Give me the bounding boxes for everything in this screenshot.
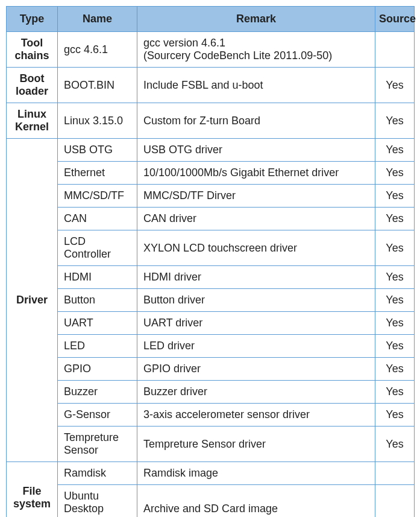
- name-cell: LED: [58, 335, 137, 358]
- source-cell: [375, 32, 415, 68]
- name-cell: USB OTG: [58, 139, 137, 162]
- type-cell: Filesystem: [7, 462, 58, 518]
- remark-cell: XYLON LCD touchscreen driver: [137, 230, 375, 266]
- table-header-row: Type Name Remark Source: [7, 7, 415, 32]
- header-source: Source: [375, 7, 415, 32]
- source-cell: Yes: [375, 427, 415, 462]
- name-cell: LCD Controller: [58, 230, 137, 266]
- source-cell: Yes: [375, 103, 415, 139]
- name-cell: Tempreture Sensor: [58, 427, 137, 462]
- name-cell: CAN: [58, 208, 137, 230]
- remark-cell: CAN driver: [137, 208, 375, 230]
- source-cell: Yes: [375, 139, 415, 162]
- table-row: Ethernet10/100/1000Mb/s Gigabit Ethernet…: [7, 162, 415, 185]
- header-remark: Remark: [137, 7, 375, 32]
- source-cell: Yes: [375, 381, 415, 404]
- source-cell: Yes: [375, 68, 415, 103]
- source-cell: Yes: [375, 404, 415, 427]
- source-cell: Yes: [375, 185, 415, 208]
- type-cell: Toolchains: [7, 32, 58, 68]
- type-cell: Bootloader: [7, 68, 58, 103]
- source-cell: Yes: [375, 162, 415, 185]
- software-table: Type Name Remark Source Toolchainsgcc 4.…: [6, 6, 415, 517]
- name-cell: G-Sensor: [58, 404, 137, 427]
- source-cell: Yes: [375, 266, 415, 289]
- name-cell: gcc 4.6.1: [58, 32, 137, 68]
- type-cell: Driver: [7, 139, 58, 462]
- table-row: GPIOGPIO driverYes: [7, 358, 415, 381]
- table-row: Tempreture SensorTempreture Sensor drive…: [7, 427, 415, 462]
- remark-cell: UART driver: [137, 312, 375, 335]
- table-row: G-Sensor3-axis accelerometer sensor driv…: [7, 404, 415, 427]
- name-cell: MMC/SD/TF: [58, 185, 137, 208]
- name-cell: Button: [58, 289, 137, 312]
- name-cell: Ubuntu Desktop 12.04: [58, 485, 137, 518]
- name-cell: GPIO: [58, 358, 137, 381]
- remark-cell: Archive and SD Card image: [137, 485, 375, 518]
- source-cell: Yes: [375, 289, 415, 312]
- remark-cell: 3-axis accelerometer sensor driver: [137, 404, 375, 427]
- type-cell: LinuxKernel: [7, 103, 58, 139]
- name-cell: BOOT.BIN: [58, 68, 137, 103]
- remark-cell: Buzzer driver: [137, 381, 375, 404]
- name-cell: Ethernet: [58, 162, 137, 185]
- remark-cell: LED driver: [137, 335, 375, 358]
- table-row: LCD ControllerXYLON LCD touchscreen driv…: [7, 230, 415, 266]
- remark-cell: Include FSBL and u-boot: [137, 68, 375, 103]
- name-cell: Ramdisk: [58, 462, 137, 485]
- table-row: HDMIHDMI driverYes: [7, 266, 415, 289]
- remark-cell: 10/100/1000Mb/s Gigabit Ethernet driver: [137, 162, 375, 185]
- table-row: ButtonButton driverYes: [7, 289, 415, 312]
- remark-cell: Tempreture Sensor driver: [137, 427, 375, 462]
- remark-cell: Button driver: [137, 289, 375, 312]
- name-cell: HDMI: [58, 266, 137, 289]
- source-cell: Yes: [375, 208, 415, 230]
- name-cell: UART: [58, 312, 137, 335]
- remark-cell: Ramdisk image: [137, 462, 375, 485]
- source-cell: Yes: [375, 312, 415, 335]
- remark-cell: Custom for Z-turn Board: [137, 103, 375, 139]
- remark-cell: USB OTG driver: [137, 139, 375, 162]
- table-row: BootloaderBOOT.BINInclude FSBL and u-boo…: [7, 68, 415, 103]
- remark-cell: GPIO driver: [137, 358, 375, 381]
- table-row: FilesystemRamdiskRamdisk image: [7, 462, 415, 485]
- remark-cell: HDMI driver: [137, 266, 375, 289]
- source-cell: Yes: [375, 335, 415, 358]
- table-row: MMC/SD/TFMMC/SD/TF DirverYes: [7, 185, 415, 208]
- table-row: LinuxKernelLinux 3.15.0Custom for Z-turn…: [7, 103, 415, 139]
- source-cell: Yes: [375, 358, 415, 381]
- header-name: Name: [58, 7, 137, 32]
- source-cell: Yes: [375, 230, 415, 266]
- table-row: UARTUART driverYes: [7, 312, 415, 335]
- table-row: BuzzerBuzzer driverYes: [7, 381, 415, 404]
- source-cell: [375, 485, 415, 518]
- table-row: CANCAN driverYes: [7, 208, 415, 230]
- table-row: Ubuntu Desktop 12.04Archive and SD Card …: [7, 485, 415, 518]
- table-row: LEDLED driverYes: [7, 335, 415, 358]
- source-cell: [375, 462, 415, 485]
- table-row: DriverUSB OTGUSB OTG driverYes: [7, 139, 415, 162]
- name-cell: Buzzer: [58, 381, 137, 404]
- name-cell: Linux 3.15.0: [58, 103, 137, 139]
- remark-cell: gcc version 4.6.1(Sourcery CodeBench Lit…: [137, 32, 375, 68]
- header-type: Type: [7, 7, 58, 32]
- table-row: Toolchainsgcc 4.6.1gcc version 4.6.1(Sou…: [7, 32, 415, 68]
- remark-cell: MMC/SD/TF Dirver: [137, 185, 375, 208]
